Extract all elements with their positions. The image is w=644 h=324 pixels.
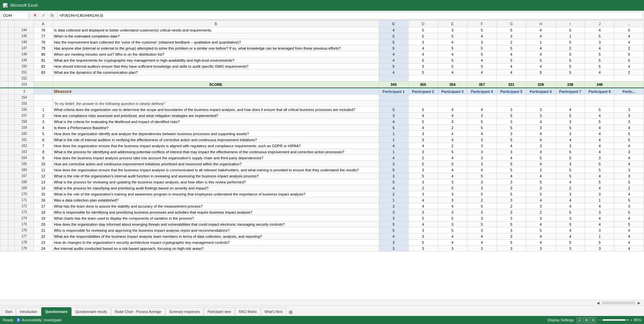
data-value: 4 bbox=[497, 51, 526, 57]
row-number: 169 bbox=[15, 185, 34, 191]
group-col-2 bbox=[8, 221, 15, 227]
data-value: 5 bbox=[614, 51, 644, 57]
data-value: 3 bbox=[438, 191, 467, 197]
group-col-1 bbox=[0, 27, 8, 33]
col-H-header[interactable]: H bbox=[526, 20, 555, 27]
col-more-header[interactable]: ... bbox=[614, 20, 644, 27]
data-value: 5 bbox=[408, 215, 438, 221]
question-text: What is the process for classifying and … bbox=[53, 185, 379, 191]
table-row: 17520How does the organization stay info… bbox=[0, 221, 644, 227]
data-value: 3 bbox=[408, 137, 438, 143]
tab-summary-responses[interactable]: Summary responses bbox=[165, 307, 204, 316]
data-value: 3 bbox=[585, 246, 614, 252]
data-value: 2 bbox=[438, 143, 467, 149]
data-value: 4 bbox=[408, 203, 438, 209]
tab-introduction[interactable]: Introduction bbox=[16, 307, 41, 316]
name-box[interactable]: O144 bbox=[1, 12, 28, 19]
data-value: 5 bbox=[614, 57, 644, 63]
col-J-header[interactable]: J bbox=[585, 20, 614, 27]
col-A-header[interactable]: A bbox=[34, 20, 53, 27]
normal-view-btn[interactable]: ☰ bbox=[577, 317, 583, 323]
group-col-2 bbox=[8, 57, 15, 63]
data-value: 3 bbox=[497, 215, 526, 221]
row-number: 145 bbox=[15, 33, 34, 39]
question-text: What are the dynamics of the communicati… bbox=[53, 69, 379, 75]
participant-header-4: Participant 4 bbox=[467, 89, 497, 95]
zoom-out-btn[interactable]: − bbox=[599, 318, 601, 322]
data-value: 4 bbox=[438, 51, 467, 57]
tab-whats-next[interactable]: What's Next bbox=[261, 307, 286, 316]
data-value: 5 bbox=[497, 161, 526, 167]
display-settings-btn[interactable]: Display Settings bbox=[547, 318, 574, 322]
scroll-left-btn[interactable]: ◄ bbox=[596, 300, 600, 306]
data-value: 5 bbox=[555, 209, 585, 215]
group-col-2 bbox=[8, 167, 15, 173]
data-value: 3 bbox=[438, 246, 467, 252]
data-value: 3 bbox=[467, 179, 497, 185]
group-col-2 bbox=[8, 149, 15, 155]
col-I-header[interactable]: I bbox=[555, 20, 585, 27]
tab-radar-chart[interactable]: Radar Chart - Process Average bbox=[111, 307, 165, 316]
col-D-header[interactable]: D bbox=[408, 20, 438, 27]
data-value: 3 bbox=[408, 246, 438, 252]
data-value bbox=[526, 75, 555, 82]
tab-raci-matrix[interactable]: RACI Matrix bbox=[235, 307, 261, 316]
table-row: 17217What has the team done to assure th… bbox=[0, 203, 644, 209]
data-value bbox=[526, 95, 555, 101]
data-value: 5 bbox=[467, 173, 497, 179]
data-value: 1 bbox=[585, 197, 614, 203]
data-value: 3 bbox=[555, 119, 585, 125]
data-value: 3 bbox=[526, 113, 555, 119]
data-value: 3 bbox=[497, 185, 526, 191]
tab-start[interactable]: Start bbox=[1, 307, 16, 316]
scroll-right-btn[interactable]: ► bbox=[637, 300, 641, 306]
question-number: 18 bbox=[34, 209, 53, 215]
data-value: 5 bbox=[408, 161, 438, 167]
page-layout-btn[interactable]: ⊞ bbox=[584, 317, 589, 323]
data-value bbox=[438, 101, 467, 107]
table-scroll[interactable]: A B C D E F G H I J ... 14476Is data col… bbox=[0, 20, 644, 300]
scroll-track[interactable] bbox=[602, 302, 635, 304]
accessibility-btn[interactable]: ♿ Accessibility: Investigate bbox=[16, 318, 62, 322]
tab-questionnaire[interactable]: Questionnaire bbox=[41, 307, 71, 316]
group-col-2 bbox=[8, 69, 15, 75]
data-value: 5 bbox=[555, 239, 585, 246]
table-row: 16813What is the process for reviewing a… bbox=[0, 179, 644, 185]
col-B-header[interactable]: B bbox=[53, 20, 379, 27]
formula-input[interactable] bbox=[57, 12, 643, 19]
zoom-in-btn[interactable]: + bbox=[631, 318, 633, 322]
data-value: 5 bbox=[379, 167, 408, 173]
data-value: 3 bbox=[467, 215, 497, 221]
col-header-row: A B C D E F G H I J ... bbox=[0, 20, 644, 27]
page-break-btn[interactable]: ⊟ bbox=[590, 317, 596, 323]
data-value: 4 bbox=[555, 197, 585, 203]
data-value: 5 bbox=[438, 227, 467, 233]
tab-participant-view[interactable]: Participant view bbox=[204, 307, 235, 316]
data-value: 5 bbox=[379, 107, 408, 113]
data-value: 5 bbox=[467, 203, 497, 209]
data-value: 4 bbox=[497, 63, 526, 69]
data-value bbox=[497, 101, 526, 107]
data-value: 5 bbox=[379, 221, 408, 227]
data-value: 4 bbox=[408, 113, 438, 119]
col-G-header[interactable]: G bbox=[497, 20, 526, 27]
cancel-formula-btn[interactable]: ✕ bbox=[31, 12, 39, 19]
add-sheet-btn[interactable]: ⊕ bbox=[286, 308, 294, 316]
data-value: 5 bbox=[614, 27, 644, 33]
data-value: 4 bbox=[526, 221, 555, 227]
data-value: 2 bbox=[408, 185, 438, 191]
col-E-header[interactable]: E bbox=[438, 20, 467, 27]
data-value: 5 bbox=[438, 63, 467, 69]
horizontal-scrollbar[interactable]: ◄ ► bbox=[0, 300, 644, 305]
confirm-formula-btn[interactable]: ✓ bbox=[40, 12, 47, 19]
data-value: 4 bbox=[614, 239, 644, 246]
row-number: 157 bbox=[15, 113, 34, 119]
question-number: 12 bbox=[34, 173, 53, 179]
tab-questionnaire-results[interactable]: Questionnaire results bbox=[72, 307, 111, 316]
data-value: 3 bbox=[555, 246, 585, 252]
zoom-slider[interactable] bbox=[602, 319, 629, 321]
col-F-header[interactable]: F bbox=[467, 20, 497, 27]
row-number: 166 bbox=[15, 167, 34, 173]
col-C-header[interactable]: C bbox=[379, 20, 408, 27]
insert-function-btn[interactable]: fx bbox=[49, 12, 56, 19]
